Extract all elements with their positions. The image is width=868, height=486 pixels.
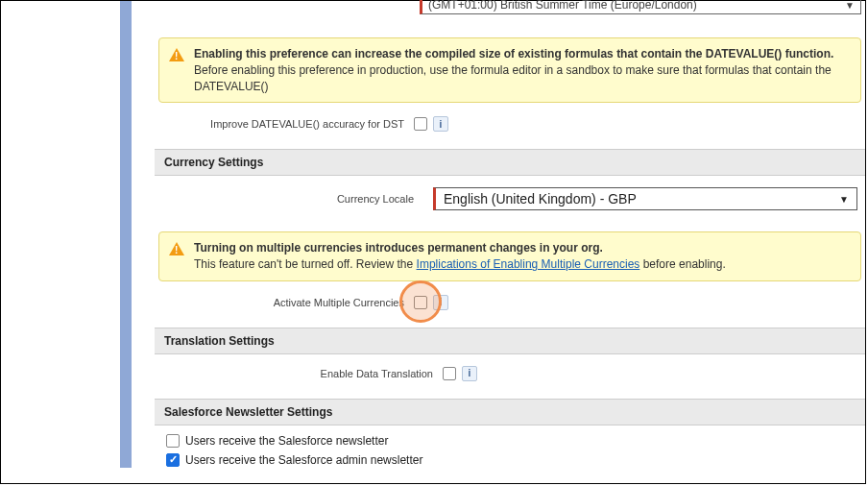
chevron-down-icon: ▼ [839, 194, 849, 205]
sidebar-accent [120, 1, 132, 468]
info-icon[interactable]: i [433, 295, 448, 310]
dst-checkbox[interactable] [414, 117, 427, 131]
warning-post-text: before enabling. [643, 257, 726, 271]
currency-locale-value: English (United Kingdom) - GBP [444, 191, 637, 207]
currency-locale-row: Currency Locale English (United Kingdom)… [155, 176, 865, 214]
timezone-value: (GMT+01:00) British Summer Time (Europe/… [428, 0, 697, 12]
currency-locale-select[interactable]: English (United Kingdom) - GBP ▼ [433, 187, 857, 210]
translation-section-header: Translation Settings [155, 328, 865, 354]
implications-link[interactable]: Implications of Enabling Multiple Curren… [417, 257, 640, 271]
warning-bold-text: Turning on multiple currencies introduce… [194, 241, 603, 255]
warning-icon [169, 48, 184, 61]
warning-body-text: Before enabling this preference in produ… [194, 63, 832, 93]
newsletter-opt1-row: Users receive the Salesforce newsletter [166, 431, 854, 450]
newsletter-opt1-checkbox[interactable] [166, 434, 180, 448]
activate-multi-label: Activate Multiple Currencies [155, 297, 414, 308]
datevalue-warning: Enabling this preference can increase th… [158, 37, 861, 103]
newsletter-opt1-label: Users receive the Salesforce newsletter [185, 434, 388, 448]
translation-row: Enable Data Translation i [155, 354, 865, 387]
currency-section-header: Currency Settings [155, 149, 865, 176]
timezone-select[interactable]: (GMT+01:00) British Summer Time (Europe/… [420, 0, 861, 14]
newsletter-content: Users receive the Salesforce newsletter … [155, 425, 865, 475]
translation-label: Enable Data Translation [155, 368, 443, 379]
newsletter-opt2-checkbox[interactable]: ✓ [166, 453, 180, 467]
currency-locale-label: Currency Locale [155, 193, 433, 205]
newsletter-opt2-label: Users receive the Salesforce admin newsl… [185, 453, 422, 467]
activate-multi-row: Activate Multiple Currencies i [155, 289, 865, 316]
info-icon[interactable]: i [462, 366, 477, 381]
activate-multi-checkbox[interactable] [414, 296, 427, 309]
settings-content: (GMT+01:00) British Summer Time (Europe/… [155, 1, 865, 466]
chevron-down-icon: ▼ [845, 0, 855, 11]
newsletter-opt2-row: ✓ Users receive the Salesforce admin new… [166, 450, 854, 470]
warning-pre-text: This feature can't be turned off. Review… [194, 257, 417, 271]
warning-bold-text: Enabling this preference can increase th… [194, 47, 833, 61]
translation-checkbox[interactable] [443, 367, 456, 380]
newsletter-section-header: Salesforce Newsletter Settings [155, 399, 865, 425]
multicurrency-warning: Turning on multiple currencies introduce… [158, 231, 861, 281]
dst-label: Improve DATEVALUE() accuracy for DST [155, 118, 414, 130]
info-icon[interactable]: i [433, 116, 448, 132]
dst-row: Improve DATEVALUE() accuracy for DST i [155, 110, 865, 137]
warning-icon [169, 242, 184, 255]
